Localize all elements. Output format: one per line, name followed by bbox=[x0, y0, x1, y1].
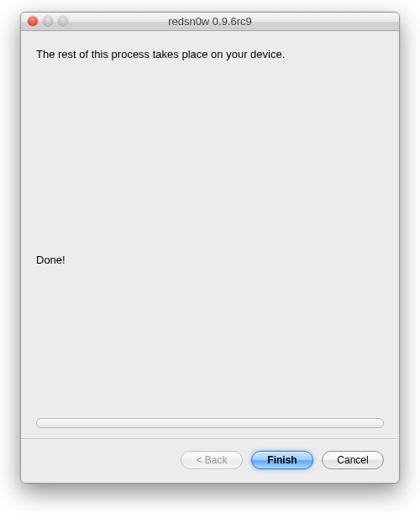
button-row: < Back Finish Cancel bbox=[36, 451, 384, 473]
instruction-text: The rest of this process takes place on … bbox=[36, 48, 384, 60]
progress-bar bbox=[36, 418, 384, 428]
titlebar[interactable]: redsn0w 0.9.6rc9 bbox=[21, 13, 399, 31]
zoom-icon[interactable] bbox=[58, 16, 68, 26]
window-title: redsn0w 0.9.6rc9 bbox=[21, 13, 399, 31]
cancel-button[interactable]: Cancel bbox=[322, 451, 384, 469]
back-button: < Back bbox=[181, 451, 243, 469]
content-area: The rest of this process takes place on … bbox=[21, 31, 399, 483]
finish-button[interactable]: Finish bbox=[251, 451, 313, 469]
window-controls bbox=[28, 16, 68, 26]
minimize-icon[interactable] bbox=[43, 16, 53, 26]
status-text: Done! bbox=[36, 254, 384, 266]
app-window: redsn0w 0.9.6rc9 The rest of this proces… bbox=[20, 12, 400, 484]
separator bbox=[21, 438, 399, 439]
close-icon[interactable] bbox=[28, 16, 38, 26]
